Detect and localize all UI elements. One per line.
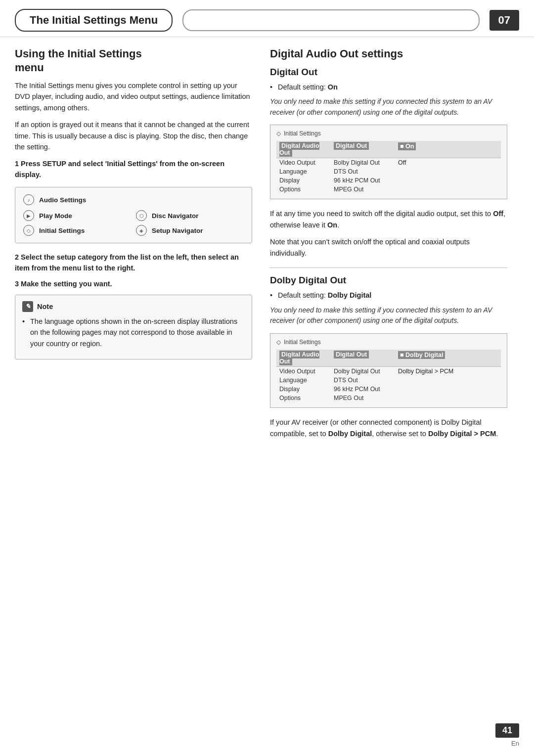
screen2-header-row: Digital Audio Out Digital Out ■ Dolby Di…: [276, 350, 501, 367]
table-row: Language DTS Out: [276, 167, 501, 176]
setup-navigator-label: Setup Navigator: [152, 227, 244, 234]
digital-out-default: Default setting: On: [270, 82, 507, 92]
screen1-col3-header: ■ On: [395, 141, 501, 158]
screen2-header: ◇ Initial Settings: [276, 339, 501, 346]
dolby-digital-screen: ◇ Initial Settings Digital Audio Out Dig…: [270, 333, 507, 408]
left-body-text-1: The Initial Settings menu gives you comp…: [15, 80, 252, 113]
table-row: Display 96 kHz PCM Out: [276, 385, 501, 394]
screen2-header-label: Initial Settings: [284, 339, 321, 346]
left-section-title: Using the Initial Settings menu: [15, 47, 252, 74]
note-bullet-text: The language options shown in the on-scr…: [22, 316, 245, 349]
left-column: Using the Initial Settings menu The Init…: [15, 47, 252, 445]
digital-out-title: Digital Out: [270, 67, 507, 78]
screen1-header-row: Digital Audio Out Digital Out ■ On: [276, 141, 501, 158]
content-area: Using the Initial Settings menu The Init…: [0, 47, 534, 445]
screen1-col2-header: Digital Out: [331, 141, 395, 158]
table-row: Video Output Bolby Digital Out Off: [276, 158, 501, 168]
screen1-table: Digital Audio Out Digital Out ■ On Video…: [276, 141, 501, 194]
disc-navigator-icon: ⬡: [136, 210, 147, 221]
screen1-header: ◇ Initial Settings: [276, 130, 501, 137]
audio-settings-label: Audio Settings: [39, 196, 244, 204]
header-oval: [182, 9, 479, 31]
setup-navigator-icon: ◈: [136, 225, 147, 236]
header-page-number: 07: [490, 10, 519, 31]
initial-settings-icon: ◇: [23, 225, 34, 236]
step-2-instruction: 2 Select the setup category from the lis…: [15, 252, 252, 274]
right-section-title: Digital Audio Out settings: [270, 47, 507, 61]
step-3-instruction: 3 Make the setting you want.: [15, 280, 252, 288]
screen1-header-label: Initial Settings: [284, 130, 321, 137]
note-header: ✎ Note: [22, 301, 245, 312]
table-row: Options MPEG Out: [276, 394, 501, 402]
menu-initial-settings-row: ◇ Initial Settings ◈ Setup Navigator: [23, 225, 244, 236]
screen2-col1-header: Digital Audio Out: [276, 350, 331, 367]
table-row: Video Output Dolby Digital Out Dolby Dig…: [276, 367, 501, 376]
footer-page-number: 41: [495, 723, 519, 738]
note-icon: ✎: [22, 301, 33, 312]
right-column: Digital Audio Out settings Digital Out D…: [270, 47, 507, 445]
digital-out-italic: You only need to make this setting if yo…: [270, 96, 507, 118]
screen2-col2-header: Digital Out: [331, 350, 395, 367]
screen1-col1-header: Digital Audio Out: [276, 141, 331, 158]
screen2-col3-header: ■ Dolby Digital: [395, 350, 501, 367]
menu-illustration-box: ♪ Audio Settings ▶ Play Mode ⬡ Disc Navi…: [15, 187, 252, 243]
dolby-digital-default: Default setting: Dolby Digital: [270, 290, 507, 301]
dolby-digital-out-title: Dolby Digital Out: [270, 275, 507, 286]
screen2-table: Digital Audio Out Digital Out ■ Dolby Di…: [276, 350, 501, 402]
dolby-digital-body-5: If your AV receiver (or other connected …: [270, 417, 507, 439]
note-title-label: Note: [37, 303, 53, 311]
digital-out-body-4: Note that you can't switch on/off the op…: [270, 236, 507, 259]
menu-playmode-row: ▶ Play Mode ⬡ Disc Navigator: [23, 210, 244, 221]
page-header: The Initial Settings Menu 07: [0, 0, 534, 37]
play-mode-label: Play Mode: [39, 212, 131, 220]
footer-language: En: [511, 740, 519, 747]
disc-navigator-label: Disc Navigator: [152, 212, 244, 220]
note-box: ✎ Note The language options shown in the…: [15, 295, 252, 359]
screen2-header-icon: ◇: [276, 339, 281, 346]
table-row: Display 96 kHz PCM Out: [276, 176, 501, 185]
table-row: Options MPEG Out: [276, 185, 501, 194]
step-1-instruction: 1 Press SETUP and select 'Initial Settin…: [15, 159, 252, 180]
digital-out-screen: ◇ Initial Settings Digital Audio Out Dig…: [270, 125, 507, 199]
initial-settings-label: Initial Settings: [39, 227, 131, 234]
digital-out-body-3: If at any time you need to switch off th…: [270, 208, 507, 230]
left-body-text-2: If an option is grayed out it means that…: [15, 119, 252, 152]
dolby-digital-italic: You only need to make this setting if yo…: [270, 305, 507, 326]
page-title: The Initial Settings Menu: [15, 9, 173, 32]
table-row: Language DTS Out: [276, 376, 501, 385]
section-divider: [270, 267, 507, 268]
page-footer: 41 En: [495, 723, 519, 747]
menu-audio-row: ♪ Audio Settings: [23, 194, 244, 205]
audio-settings-icon: ♪: [23, 194, 34, 205]
screen1-header-icon: ◇: [276, 130, 281, 137]
play-mode-icon: ▶: [23, 210, 34, 221]
